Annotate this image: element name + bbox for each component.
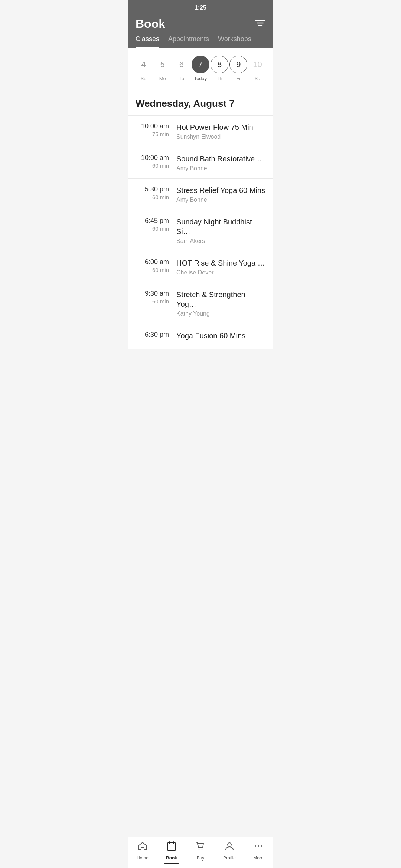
date-selector: 4 Su 5 Mo 6 Tu 7 Today 8 Th 9 Fr 10 Sa [128,48,273,89]
page-title: Book [136,17,165,31]
class-item-5[interactable]: 6:00 am 60 min HOT Rise & Shine Yoga … C… [128,251,273,283]
date-number-6: 6 [173,56,190,73]
date-item-mo5[interactable]: 5 Mo [154,56,172,81]
class-info-4: Sunday Night Buddhist Si… Sam Akers [176,217,265,244]
tab-workshops[interactable]: Workshops [218,35,251,48]
class-time-3: 5:30 pm 60 min [136,185,176,200]
class-item-6[interactable]: 9:30 am 60 min Stretch & Strengthen Yog…… [128,283,273,324]
class-time-2: 10:00 am 60 min [136,154,176,169]
date-number-7: 7 [192,56,209,73]
date-number-5: 5 [154,56,172,73]
date-item-th8[interactable]: 8 Th [211,56,228,81]
content-area: Wednesday, August 7 [128,89,273,115]
date-heading: Wednesday, August 7 [136,89,265,115]
class-item-4[interactable]: 6:45 pm 60 min Sunday Night Buddhist Si…… [128,210,273,251]
date-item-su4[interactable]: 4 Su [135,56,153,81]
date-item-sa10[interactable]: 10 Sa [248,56,266,81]
date-day-mo: Mo [159,76,166,81]
class-info-5: HOT Rise & Shine Yoga … Chelise Dever [176,258,265,276]
tabs-container: Classes Appointments Workshops [128,31,273,48]
date-number-10: 10 [248,56,266,73]
tab-classes[interactable]: Classes [136,35,159,48]
filter-icon[interactable] [255,19,265,29]
date-item-today7[interactable]: 7 Today [192,56,209,81]
date-number-8: 8 [211,56,228,73]
class-time-4: 6:45 pm 60 min [136,217,176,232]
class-time-5: 6:00 am 60 min [136,258,176,273]
class-time-1: 10:00 am 75 min [136,122,176,137]
date-day-th: Th [217,76,222,81]
date-number-9: 9 [229,56,247,73]
class-item-3[interactable]: 5:30 pm 60 min Stress Relief Yoga 60 Min… [128,178,273,210]
date-item-tu6[interactable]: 6 Tu [173,56,190,81]
date-day-tu: Tu [179,76,184,81]
header: Book [128,13,273,31]
class-item-1[interactable]: 10:00 am 75 min Hot Power Flow 75 Min Su… [128,115,273,147]
class-info-7: Yoga Fusion 60 Mins [176,331,265,342]
status-bar: 1:25 [128,0,273,13]
class-info-6: Stretch & Strengthen Yog… Kathy Young [176,290,265,317]
class-info-2: Sound Bath Restorative … Amy Bohne [176,154,265,172]
class-time-6: 9:30 am 60 min [136,290,176,305]
date-day-today: Today [194,76,207,81]
class-item-7[interactable]: 6:30 pm Yoga Fusion 60 Mins [128,324,273,349]
date-day-sa: Sa [254,76,260,81]
date-day-su: Su [141,76,147,81]
date-day-fr: Fr [236,76,241,81]
date-item-fr9[interactable]: 9 Fr [229,56,247,81]
class-item-2[interactable]: 10:00 am 60 min Sound Bath Restorative …… [128,147,273,178]
tab-appointments[interactable]: Appointments [168,35,209,48]
date-number-4: 4 [135,56,153,73]
class-list: 10:00 am 75 min Hot Power Flow 75 Min Su… [128,115,273,349]
class-info-1: Hot Power Flow 75 Min Sunshyn Elwood [176,122,265,140]
class-info-3: Stress Relief Yoga 60 Mins Amy Bohne [176,185,265,203]
class-time-7: 6:30 pm [136,331,176,339]
status-time: 1:25 [195,4,206,11]
